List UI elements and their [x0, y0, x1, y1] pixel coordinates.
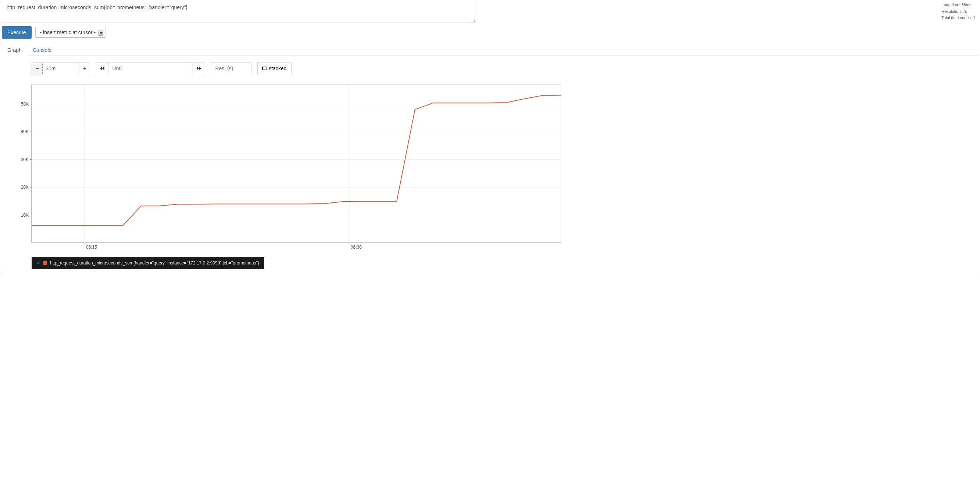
tab-console[interactable]: Console	[27, 44, 57, 56]
execute-button[interactable]: Execute	[2, 26, 32, 38]
stacked-label: stacked	[269, 65, 286, 71]
chart-area: 10K20K30K40K50K06:1506:30	[6, 81, 974, 254]
range-input[interactable]	[43, 62, 80, 74]
rewind-icon	[100, 67, 104, 70]
stat-load-time: Load time: 38ms	[942, 2, 975, 8]
tab-graph[interactable]: Graph	[2, 44, 27, 56]
time-navigator	[96, 62, 205, 74]
resolution-input[interactable]	[211, 62, 251, 74]
query-stats: Load time: 38ms Resolution: 7s Total tim…	[942, 2, 978, 21]
svg-text:06:30: 06:30	[351, 244, 362, 250]
fast-forward-icon	[197, 67, 201, 70]
metric-select[interactable]: - insert metric at cursor -	[35, 27, 106, 38]
legend-color-swatch	[43, 261, 47, 265]
svg-text:06:15: 06:15	[86, 244, 97, 250]
svg-text:30K: 30K	[21, 157, 29, 162]
chevron-down-icon	[99, 30, 103, 36]
stacked-icon	[262, 67, 267, 70]
query-expression-input[interactable]: http_request_duration_microseconds_sum{j…	[2, 2, 476, 22]
legend-series-label: http_request_duration_microseconds_sum{h…	[50, 260, 259, 265]
until-input[interactable]	[108, 62, 193, 74]
stat-total-series: Total time series: 1	[942, 15, 975, 21]
time-range-stepper: − +	[32, 62, 90, 74]
line-chart: 10K20K30K40K50K06:1506:30	[6, 81, 565, 254]
time-forward-button[interactable]	[192, 62, 205, 74]
svg-text:50K: 50K	[21, 102, 29, 107]
range-increase-button[interactable]: +	[79, 62, 90, 74]
check-icon: ✔	[37, 260, 40, 265]
time-back-button[interactable]	[96, 62, 108, 74]
metric-select-label: - insert metric at cursor -	[40, 29, 96, 35]
svg-text:40K: 40K	[21, 129, 29, 134]
svg-text:20K: 20K	[21, 185, 29, 190]
chart-legend[interactable]: ✔ http_request_duration_microseconds_sum…	[32, 257, 264, 269]
svg-text:10K: 10K	[21, 212, 29, 218]
range-decrease-button[interactable]: −	[32, 62, 43, 74]
stacked-toggle-button[interactable]: stacked	[257, 62, 291, 74]
stat-resolution: Resolution: 7s	[942, 8, 975, 15]
